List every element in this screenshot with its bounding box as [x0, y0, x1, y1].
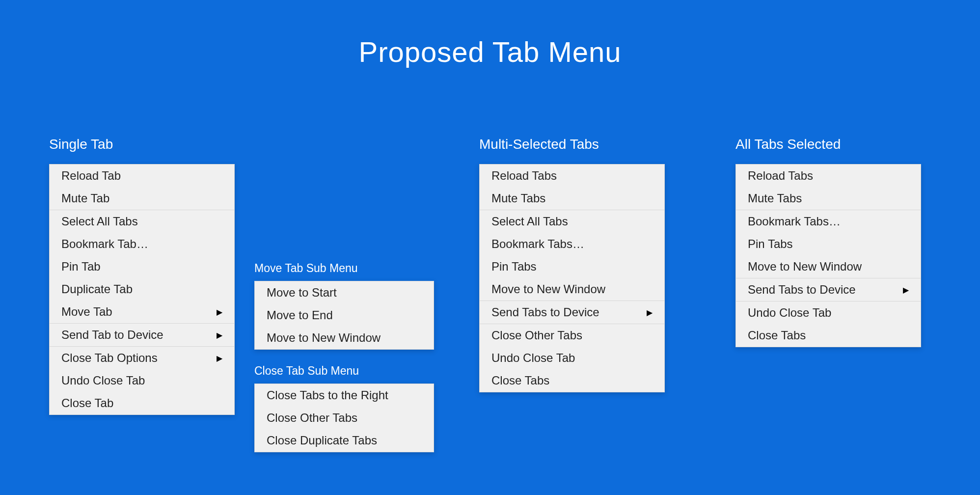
item-move-to-end[interactable]: Move to End	[255, 304, 434, 327]
item-reload-tabs[interactable]: Reload Tabs	[480, 165, 664, 187]
label-close-tabs-multi: Close Tabs	[491, 374, 549, 387]
label-move-to-end: Move to End	[267, 308, 333, 322]
item-send-tabs-to-device[interactable]: Send Tabs to Device ▶	[480, 301, 664, 324]
item-undo-close-tab-all[interactable]: Undo Close Tab	[736, 302, 921, 324]
menu-multi-selected: Reload Tabs Mute Tabs Select All Tabs Bo…	[479, 164, 665, 392]
item-undo-close-tab-multi[interactable]: Undo Close Tab	[480, 347, 664, 369]
label-close-duplicate-tabs: Close Duplicate Tabs	[267, 434, 377, 447]
column-multi-selected: Multi-Selected Tabs Reload Tabs Mute Tab…	[479, 137, 665, 392]
submenu-arrow-icon: ▶	[217, 307, 222, 317]
menu-all-selected: Reload Tabs Mute Tabs Bookmark Tabs… Pin…	[735, 164, 921, 347]
label-close-tabs-right: Close Tabs to the Right	[267, 388, 388, 402]
columns-container: Single Tab Reload Tab Mute Tab Select Al…	[49, 137, 921, 452]
label-bookmark-tabs: Bookmark Tabs…	[491, 237, 584, 251]
header-close-tab-sub: Close Tab Sub Menu	[254, 364, 434, 378]
item-send-tabs-to-device-all[interactable]: Send Tabs to Device ▶	[736, 278, 921, 301]
menu-move-tab-sub: Move to Start Move to End Move to New Wi…	[254, 281, 434, 350]
item-pin-tabs-all[interactable]: Pin Tabs	[736, 233, 921, 255]
item-reload-tab[interactable]: Reload Tab	[50, 165, 234, 187]
item-duplicate-tab[interactable]: Duplicate Tab	[50, 278, 234, 301]
label-select-all-tabs-multi: Select All Tabs	[491, 215, 568, 228]
submenu-arrow-icon: ▶	[903, 285, 909, 295]
item-close-duplicate-tabs[interactable]: Close Duplicate Tabs	[255, 429, 434, 452]
label-duplicate-tab: Duplicate Tab	[61, 282, 133, 296]
item-mute-tab[interactable]: Mute Tab	[50, 187, 234, 210]
label-undo-close-tab-multi: Undo Close Tab	[491, 351, 575, 365]
column-sub-menus: Move Tab Sub Menu Move to Start Move to …	[254, 262, 434, 452]
submenu-arrow-icon: ▶	[647, 308, 653, 317]
item-move-tab[interactable]: Move Tab ▶	[50, 301, 234, 323]
item-move-to-start[interactable]: Move to Start	[255, 281, 434, 304]
item-undo-close-tab[interactable]: Undo Close Tab	[50, 369, 234, 392]
label-pin-tabs: Pin Tabs	[491, 260, 537, 274]
label-undo-close-tab-all: Undo Close Tab	[748, 306, 831, 320]
label-move-to-new-window: Move to New Window	[267, 331, 381, 345]
label-move-to-new-window-all: Move to New Window	[748, 260, 862, 274]
item-close-tabs-multi[interactable]: Close Tabs	[480, 369, 664, 392]
column-all-selected: All Tabs Selected Reload Tabs Mute Tabs …	[735, 137, 921, 347]
item-bookmark-tab[interactable]: Bookmark Tab…	[50, 233, 234, 255]
label-send-tab-to-device: Send Tab to Device	[61, 328, 163, 342]
spacer	[254, 350, 434, 364]
header-single-tab: Single Tab	[49, 137, 235, 152]
label-send-tabs-to-device: Send Tabs to Device	[491, 305, 599, 319]
item-close-tabs-all[interactable]: Close Tabs	[736, 324, 921, 347]
label-mute-tabs-all: Mute Tabs	[748, 192, 802, 205]
item-close-tab[interactable]: Close Tab	[50, 392, 234, 414]
item-close-tabs-right[interactable]: Close Tabs to the Right	[255, 384, 434, 407]
item-close-other-tabs-multi[interactable]: Close Other Tabs	[480, 324, 664, 347]
item-pin-tab[interactable]: Pin Tab	[50, 255, 234, 278]
label-move-to-start: Move to Start	[267, 286, 337, 300]
item-reload-tabs-all[interactable]: Reload Tabs	[736, 165, 921, 187]
label-reload-tabs: Reload Tabs	[491, 169, 557, 183]
item-send-tab-to-device[interactable]: Send Tab to Device ▶	[50, 324, 234, 346]
label-move-tab: Move Tab	[61, 305, 112, 319]
label-reload-tabs-all: Reload Tabs	[748, 169, 813, 183]
item-mute-tabs[interactable]: Mute Tabs	[480, 187, 664, 210]
item-select-all-tabs-multi[interactable]: Select All Tabs	[480, 210, 664, 233]
label-close-other-tabs-multi: Close Other Tabs	[491, 329, 582, 342]
label-select-all-tabs: Select All Tabs	[61, 215, 138, 228]
header-multi-selected: Multi-Selected Tabs	[479, 137, 665, 152]
label-mute-tab: Mute Tab	[61, 192, 109, 205]
label-pin-tabs-all: Pin Tabs	[748, 237, 793, 251]
item-move-to-new-window-multi[interactable]: Move to New Window	[480, 278, 664, 301]
submenu-arrow-icon: ▶	[217, 330, 222, 340]
page-title: Proposed Tab Menu	[0, 0, 980, 68]
label-pin-tab: Pin Tab	[61, 260, 101, 274]
header-all-selected: All Tabs Selected	[735, 137, 921, 152]
menu-single-tab: Reload Tab Mute Tab Select All Tabs Book…	[49, 164, 235, 415]
submenu-arrow-icon: ▶	[217, 354, 222, 363]
label-close-tab-options: Close Tab Options	[61, 351, 158, 365]
item-bookmark-tabs[interactable]: Bookmark Tabs…	[480, 233, 664, 255]
item-select-all-tabs[interactable]: Select All Tabs	[50, 210, 234, 233]
label-mute-tabs: Mute Tabs	[491, 192, 545, 205]
label-bookmark-tab: Bookmark Tab…	[61, 237, 148, 251]
label-bookmark-tabs-all: Bookmark Tabs…	[748, 215, 841, 228]
label-close-tab: Close Tab	[61, 396, 113, 410]
item-move-to-new-window[interactable]: Move to New Window	[255, 327, 434, 349]
item-pin-tabs[interactable]: Pin Tabs	[480, 255, 664, 278]
label-close-tabs-all: Close Tabs	[748, 329, 806, 342]
header-move-tab-sub: Move Tab Sub Menu	[254, 262, 434, 275]
label-reload-tab: Reload Tab	[61, 169, 121, 183]
column-single-tab: Single Tab Reload Tab Mute Tab Select Al…	[49, 137, 235, 415]
label-move-to-new-window-multi: Move to New Window	[491, 282, 605, 296]
label-send-tabs-to-device-all: Send Tabs to Device	[748, 283, 856, 297]
label-undo-close-tab: Undo Close Tab	[61, 374, 145, 387]
item-mute-tabs-all[interactable]: Mute Tabs	[736, 187, 921, 210]
item-bookmark-tabs-all[interactable]: Bookmark Tabs…	[736, 210, 921, 233]
item-move-to-new-window-all[interactable]: Move to New Window	[736, 255, 921, 278]
item-close-tab-options[interactable]: Close Tab Options ▶	[50, 347, 234, 369]
menu-close-tab-sub: Close Tabs to the Right Close Other Tabs…	[254, 384, 434, 452]
label-close-other-tabs: Close Other Tabs	[267, 411, 357, 425]
item-close-other-tabs[interactable]: Close Other Tabs	[255, 407, 434, 429]
